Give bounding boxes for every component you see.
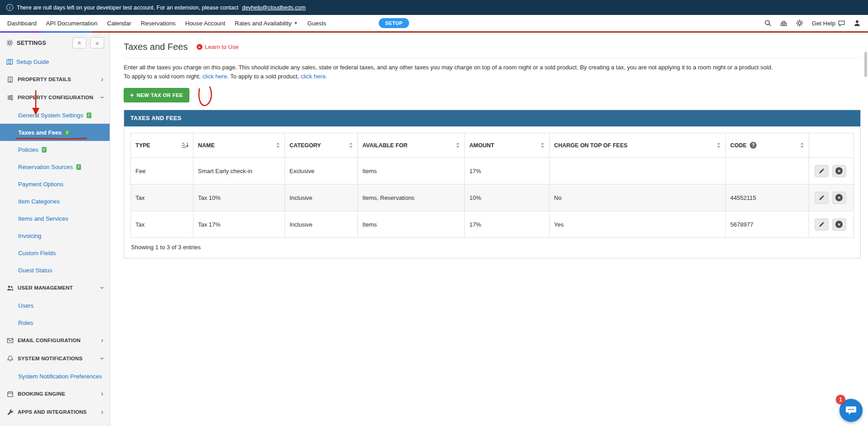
sidebar-header: SETTINGS « « xyxy=(0,33,110,53)
sidebar-section-apps-and-integrations[interactable]: APPS AND INTEGRATIONS › xyxy=(0,403,110,421)
cell-actions: × xyxy=(809,211,854,238)
search-icon[interactable] xyxy=(764,19,772,27)
sidebar-item-system-notification-preferences[interactable]: System Notification Preferences xyxy=(0,368,110,385)
building-icon xyxy=(6,76,14,83)
user-icon[interactable] xyxy=(854,19,861,27)
play-circle-icon: ▸ xyxy=(197,44,203,50)
table-summary: Showing 1 to 3 of 3 entries xyxy=(130,238,854,255)
map-icon xyxy=(6,58,13,65)
main-content: Taxes and Fees ▸ Learn to Use Enter all … xyxy=(110,33,868,426)
sort-icon xyxy=(276,142,280,148)
cell-type: Tax xyxy=(131,184,193,211)
double-chevron-left-icon: « xyxy=(96,40,99,46)
nav-rates-availability[interactable]: Rates and Availability ▼ xyxy=(235,20,298,27)
chevron-right-icon: › xyxy=(101,337,103,344)
get-help-link[interactable]: Get Help xyxy=(812,20,845,27)
chat-widget-button[interactable]: 1 xyxy=(839,399,863,422)
tax-row: Tax Tax 10% Inclusive Items, Reservation… xyxy=(131,184,854,211)
sidebar-section-user-management[interactable]: USER MANAGEMENT › xyxy=(0,279,110,297)
col-header-category[interactable]: CATEGORY xyxy=(285,133,358,158)
sidebar-section-booking-engine[interactable]: BOOKING ENGINE › xyxy=(0,385,110,403)
delete-row-button[interactable]: × xyxy=(832,218,846,231)
settings-sidebar: SETTINGS « « Setup Guide PROPERTY DETAIL… xyxy=(0,33,110,426)
tax-row: Tax Tax 17% Inclusive Items 17% Yes 5678… xyxy=(131,211,854,238)
nav-reservations[interactable]: Reservations xyxy=(141,20,176,27)
nav-api-documentation[interactable]: API Documentation xyxy=(46,20,98,27)
learn-to-use-link[interactable]: ▸ Learn to Use xyxy=(197,44,238,50)
cell-amount: 10% xyxy=(465,184,550,211)
banner-contact-link[interactable]: devhelp@cloudbeds.com xyxy=(242,5,306,11)
col-header-amount[interactable]: AMOUNT xyxy=(465,133,550,158)
collapse-all-button[interactable]: « xyxy=(72,37,87,48)
nav-calendar[interactable]: Calendar xyxy=(107,20,131,27)
gear-icon[interactable] xyxy=(796,19,803,27)
nav-house-account[interactable]: House Account xyxy=(185,20,226,27)
cell-code: 5678977 xyxy=(726,211,809,238)
cell-code xyxy=(726,158,809,184)
col-header-charge-on-top[interactable]: CHARGE ON TOP OF FEES xyxy=(550,133,726,158)
calendar-icon xyxy=(6,391,14,397)
edit-row-button[interactable] xyxy=(815,192,829,204)
sidebar-section-property-details[interactable]: PROPERTY DETAILS › xyxy=(0,70,110,88)
cell-amount: 17% xyxy=(465,211,550,238)
sidebar-item-setup-guide[interactable]: Setup Guide xyxy=(0,53,110,70)
edit-row-button[interactable] xyxy=(815,165,829,177)
chevron-down-icon: › xyxy=(98,357,106,359)
sidebar-item-invoicing[interactable]: Invoicing xyxy=(0,227,110,244)
doc-icon xyxy=(87,112,92,118)
sidebar-item-guest-status[interactable]: Guest Status xyxy=(0,261,110,279)
help-circle-icon[interactable]: ? xyxy=(750,142,757,149)
chevron-down-icon: ▼ xyxy=(294,21,298,25)
collapse-sidebar-button[interactable]: « xyxy=(90,37,104,48)
col-header-actions xyxy=(809,133,854,158)
room-night-link[interactable]: click here xyxy=(202,73,227,80)
cell-available-for: Items xyxy=(358,211,465,238)
sold-product-link[interactable]: click here xyxy=(301,73,326,80)
edit-row-button[interactable] xyxy=(815,218,829,231)
cell-code: 44552115 xyxy=(726,184,809,211)
intro-text: Enter all the taxes you charge on this p… xyxy=(124,63,861,72)
cloudbeds-settings-page: i There are null days left on your devel… xyxy=(0,0,868,426)
double-chevron-up-icon: « xyxy=(76,41,82,45)
col-header-type[interactable]: TYPE xyxy=(131,133,193,158)
sidebar-item-users[interactable]: Users xyxy=(0,297,110,314)
cell-charge-on-top xyxy=(550,158,726,184)
cell-amount: 17% xyxy=(465,158,550,184)
setup-button[interactable]: SETUP xyxy=(379,18,409,28)
sort-amount-icon xyxy=(182,142,188,148)
sidebar-item-taxes-and-fees[interactable]: Taxes and Fees xyxy=(0,124,110,141)
new-tax-or-fee-button[interactable]: + NEW TAX OR FEE xyxy=(124,88,189,102)
col-header-code[interactable]: CODE ? xyxy=(726,133,809,158)
sidebar-item-custom-fields[interactable]: Custom Fields xyxy=(0,244,110,261)
col-header-name[interactable]: NAME xyxy=(193,133,285,158)
sidebar-item-items-and-services[interactable]: Items and Services xyxy=(0,210,110,227)
sidebar-item-item-categories[interactable]: Item Categories xyxy=(0,193,110,210)
col-header-available-for[interactable]: AVAILABLE FOR xyxy=(358,133,465,158)
nav-dashboard[interactable]: Dashboard xyxy=(7,20,37,27)
delete-row-button[interactable]: × xyxy=(832,165,846,177)
nav-guests[interactable]: Guests xyxy=(307,20,326,27)
tax-row: Fee Smart Early check-in Exclusive Items… xyxy=(131,158,854,184)
cell-actions: × xyxy=(809,184,854,211)
sidebar-item-payment-options[interactable]: Payment Options xyxy=(0,175,110,193)
sort-icon xyxy=(349,142,353,148)
frontdesk-icon[interactable] xyxy=(780,19,787,27)
cell-name: Smart Early check-in xyxy=(193,158,285,184)
taxes-and-fees-panel: TAXES AND FEES TYPE xyxy=(124,110,861,258)
page-title: Taxes and Fees xyxy=(124,42,188,52)
chevron-right-icon: › xyxy=(101,390,103,397)
sort-icon xyxy=(540,142,545,148)
sidebar-item-general-system-settings[interactable]: General System Settings xyxy=(0,106,110,124)
scrollbar-thumb[interactable] xyxy=(864,52,867,77)
sort-icon xyxy=(800,142,804,148)
chat-unread-badge: 1 xyxy=(836,395,845,404)
sidebar-section-property-configuration[interactable]: PROPERTY CONFIGURATION › xyxy=(0,88,110,106)
sort-icon xyxy=(717,142,721,148)
sidebar-section-email-configuration[interactable]: EMAIL CONFIGURATION › xyxy=(0,331,110,349)
sidebar-item-policies[interactable]: Policies xyxy=(0,141,110,158)
delete-row-button[interactable]: × xyxy=(832,192,846,204)
sidebar-section-system-notifications[interactable]: SYSTEM NOTIFICATIONS › xyxy=(0,349,110,368)
sidebar-item-roles[interactable]: Roles xyxy=(0,314,110,331)
sidebar-item-reservation-sources[interactable]: Reservation Sources xyxy=(0,158,110,175)
delete-icon: × xyxy=(835,194,843,201)
